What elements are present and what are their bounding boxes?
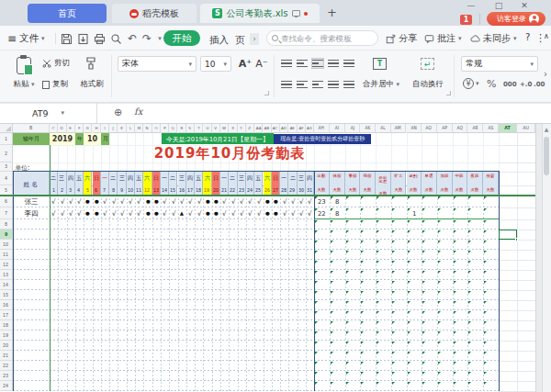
wrap-text-button[interactable]: 自动换行 xyxy=(410,79,446,90)
stats-header-9[interactable]: 加班次数 xyxy=(437,172,453,196)
weekday-header-21[interactable]: 一 xyxy=(220,172,229,185)
col-header-P[interactable]: P xyxy=(161,124,169,133)
stats-header-12[interactable]: 停薪天数 xyxy=(483,172,499,196)
copy-button[interactable]: 复制 xyxy=(42,79,68,90)
weekday-header-1[interactable]: 二 xyxy=(50,172,58,185)
menu-scroll-arrow[interactable]: › xyxy=(250,33,259,45)
weekday-header-10[interactable]: 四 xyxy=(127,172,135,185)
row-header-7[interactable]: 7 xyxy=(0,207,13,219)
attendance-mark[interactable]: √ xyxy=(298,196,306,207)
toolbar-expand-arrow[interactable]: › xyxy=(544,69,547,79)
weekday-header-30[interactable]: 三 xyxy=(298,172,306,185)
attendance-mark[interactable]: ● xyxy=(264,207,272,219)
attendance-mark[interactable]: √ xyxy=(195,207,203,219)
align-icon-0-3[interactable] xyxy=(328,59,339,68)
export-button[interactable] xyxy=(75,31,90,46)
attendance-mark[interactable]: √ xyxy=(118,207,126,219)
guest-login-button[interactable]: 访客登录 xyxy=(487,12,545,26)
file-menu[interactable]: ≡文件▾ xyxy=(7,32,45,45)
weekday-header-17[interactable]: 四 xyxy=(186,172,195,185)
attendance-mark[interactable]: √ xyxy=(109,207,118,219)
col-header-AD[interactable]: AD xyxy=(280,124,288,133)
tab-document-active[interactable]: S公司考勤表.xls xyxy=(200,4,320,23)
attendance-mark[interactable]: √ xyxy=(246,207,254,219)
attendance-mark[interactable]: √ xyxy=(178,196,186,207)
fx-icon[interactable]: fx xyxy=(134,106,142,117)
stats-header-6[interactable]: 旷工天数 xyxy=(391,172,407,196)
weekday-header-3[interactable]: 四 xyxy=(67,172,75,185)
col-header-AG[interactable]: AG xyxy=(306,124,314,133)
row-header-14[interactable]: 14 xyxy=(0,280,13,290)
attendance-mark[interactable]: √ xyxy=(186,196,195,207)
sync-status-button[interactable]: 未同步▾ xyxy=(470,32,517,45)
align-icon-1-1[interactable] xyxy=(297,80,308,89)
weekday-header-8[interactable]: 二 xyxy=(109,172,118,185)
attendance-mark[interactable]: √ xyxy=(127,207,135,219)
col-header-S[interactable]: S xyxy=(186,124,195,133)
row-header-15[interactable]: 15 xyxy=(0,290,13,300)
weekday-header-24[interactable]: 四 xyxy=(246,172,254,185)
row-header-18[interactable]: 18 xyxy=(0,320,13,330)
col-header-AE[interactable]: AE xyxy=(288,124,297,133)
row-header-16[interactable]: 16 xyxy=(0,300,13,310)
col-header-D[interactable]: D xyxy=(58,124,66,133)
collapse-ribbon-icon[interactable]: ∧ xyxy=(544,32,549,40)
decrease-decimal-button[interactable]: .00 xyxy=(534,81,545,88)
help-button[interactable]: ? xyxy=(525,32,530,42)
attendance-mark[interactable]: √ xyxy=(186,207,195,219)
insert-function-icon[interactable]: ⊕ xyxy=(114,106,122,118)
attendance-mark[interactable]: √ xyxy=(288,196,297,207)
col-header-W[interactable]: W xyxy=(220,124,229,133)
col-header-AT[interactable]: AT xyxy=(499,124,517,133)
name-header-cell[interactable]: 姓 名 xyxy=(13,172,50,196)
command-search-input[interactable] xyxy=(281,34,373,43)
scroll-up-arrow[interactable]: ▲ xyxy=(542,125,551,133)
share-button[interactable]: 分享 xyxy=(386,32,417,45)
stats-header-3[interactable]: 事假天数 xyxy=(345,172,361,196)
weekday-header-11[interactable]: 五 xyxy=(135,172,143,185)
weekday-header-14[interactable]: 一 xyxy=(161,172,169,185)
col-header-AC[interactable]: AC xyxy=(272,124,280,133)
row-header-3[interactable]: 3 xyxy=(0,162,13,172)
merge-center-button[interactable]: 合并居中 ▾ xyxy=(358,79,404,90)
stats-header-2[interactable]: 休假天数 xyxy=(330,172,345,196)
weekday-header-22[interactable]: 二 xyxy=(229,172,237,185)
col-header-H[interactable]: H xyxy=(93,124,101,133)
weekday-header-5[interactable]: 六 xyxy=(84,172,92,185)
attendance-mark[interactable]: ● xyxy=(143,207,152,219)
attendance-mark[interactable]: √ xyxy=(161,207,169,219)
attendance-mark[interactable]: √ xyxy=(229,207,237,219)
weekday-header-2[interactable]: 三 xyxy=(58,172,66,185)
align-icon-1-4[interactable] xyxy=(343,80,354,89)
weekday-header-25[interactable]: 五 xyxy=(254,172,263,185)
weekday-header-7[interactable]: 一 xyxy=(101,172,109,185)
col-header-AA[interactable]: AA xyxy=(254,124,263,133)
align-icon-0-1[interactable] xyxy=(297,59,308,68)
weekday-header-28[interactable]: 一 xyxy=(280,172,288,185)
attendance-mark[interactable]: √ xyxy=(288,207,297,219)
col-header-AK[interactable]: AK xyxy=(360,124,376,133)
attendance-mark[interactable]: √ xyxy=(50,207,58,219)
undo-button[interactable]: ↶ xyxy=(125,31,140,46)
attendance-mark[interactable]: √ xyxy=(75,207,84,219)
attendance-mark[interactable]: √ xyxy=(67,196,75,207)
col-header-X[interactable]: X xyxy=(229,124,237,133)
unit-label[interactable]: 单位: xyxy=(14,162,78,172)
spreadsheet-grid[interactable]: 输年月 2019 年 10 月 今天是:2019年10月21日【星期一】 现在是… xyxy=(0,124,551,392)
align-icon-1-0[interactable] xyxy=(281,80,292,89)
row-header-17[interactable]: 17 xyxy=(0,310,13,320)
attendance-mark[interactable]: √ xyxy=(58,207,66,219)
attendance-mark[interactable]: √ xyxy=(298,207,306,219)
row-header-21[interactable]: 21 xyxy=(0,351,13,361)
attendance-mark[interactable]: √ xyxy=(254,196,263,207)
row-header-20[interactable]: 20 xyxy=(0,341,13,351)
col-header-G[interactable]: G xyxy=(84,124,92,133)
attendance-mark[interactable]: √ xyxy=(101,196,109,207)
decrease-font-button[interactable]: A⁻ xyxy=(253,56,270,72)
attendance-mark[interactable]: √ xyxy=(67,207,75,219)
col-header-Y[interactable]: Y xyxy=(238,124,246,133)
col-header-M[interactable]: M xyxy=(135,124,143,133)
paste-button[interactable]: 粘贴 ▾ xyxy=(7,79,40,90)
attendance-mark[interactable]: √ xyxy=(75,196,84,207)
thousands-format-button[interactable]: 000 xyxy=(503,81,517,88)
